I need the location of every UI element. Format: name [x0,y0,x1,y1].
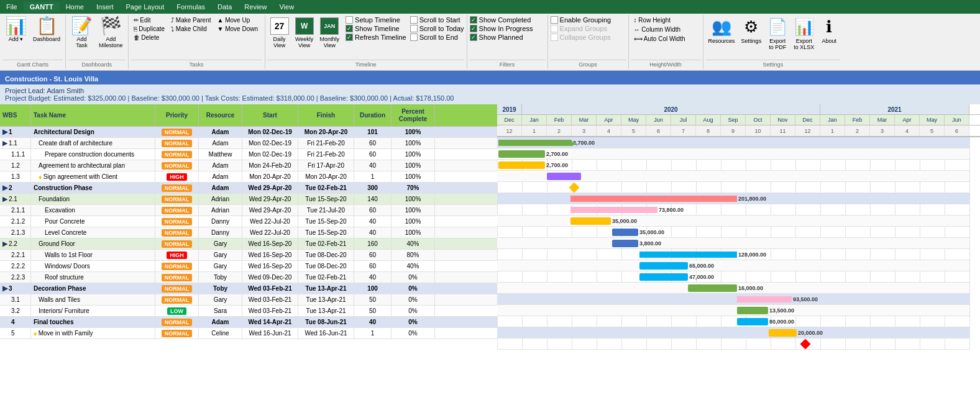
scroll-today-item[interactable]: Scroll to Today [410,25,464,32]
enable-grouping-item[interactable]: Enable Grouping [551,16,611,24]
priority-cell: NORMAL [155,183,199,193]
scroll-end-checkbox[interactable] [410,34,418,41]
make-child-button[interactable]: ⤵ Make Child [168,25,213,33]
expand-arrow[interactable]: ▶ [2,184,7,192]
add-label: Add ▾ [9,36,24,42]
show-completed-item[interactable]: Show Completed [470,16,533,24]
make-parent-button[interactable]: ⤴ Make Parent [168,16,213,24]
gantt-bar: 80,000.00 [737,318,768,325]
settings-button[interactable]: ⚙ Settings [739,16,764,45]
scroll-end-item[interactable]: Scroll to End [410,34,464,41]
menu-data[interactable]: Data [211,2,238,12]
menu-view[interactable]: View [273,2,300,12]
move-up-button[interactable]: ▲ Move Up [215,16,260,24]
wbs-cell: 5 [0,328,31,338]
expand-arrow[interactable]: ▶ [2,139,7,147]
show-planned-item[interactable]: Show Planned [470,34,533,41]
dashboard-button[interactable]: 📋 Dashboard [30,16,63,43]
collapse-groups-item[interactable]: Collapse Groups [551,34,611,41]
enable-grouping-checkbox[interactable] [551,16,558,24]
month-cell: Sep [721,115,746,125]
expand-arrow[interactable]: ▶ [2,195,7,203]
year-cell: 2021 [820,104,969,114]
menu-insert[interactable]: Insert [90,2,120,12]
edit-button[interactable]: ✏ Edit [131,16,167,24]
show-planned-checkbox[interactable] [470,34,477,41]
finish-cell: Tue 08-Dec-20 [298,250,354,260]
gantt-row: 65,000.00 [497,260,969,271]
expand-groups-checkbox[interactable] [551,25,558,32]
scroll-today-checkbox[interactable] [410,25,418,32]
start-cell: Wed 03-Feb-21 [242,294,298,305]
week-cell: 6 [646,125,671,136]
show-completed-checkbox[interactable] [470,16,477,24]
move-down-button[interactable]: ▼ Move Down [215,25,260,33]
setup-timeline-checkbox[interactable] [346,16,353,24]
percent-cell: 100% [392,138,435,148]
gantt-row: 128,000.00 [497,249,969,260]
setup-timeline-item[interactable]: Setup Timeline [346,16,406,24]
export-xlsx-button[interactable]: 📊 Exportto XLSX [791,16,817,52]
bar-label: 2,700.00 [545,151,568,157]
percent-cell: 0% [392,317,435,327]
resources-button[interactable]: 👥 Resources [706,16,738,45]
refresh-timeline-item[interactable]: Refresh Timeline [346,34,406,41]
export-pdf-button[interactable]: 📄 Exportto PDF [765,16,790,52]
add-milestone-button[interactable]: 🏁 AddMilestone [96,16,126,50]
priority-cell: NORMAL [155,328,199,338]
month-cell: Feb [547,115,572,125]
wbs-cell: ▶ 2 [0,183,31,193]
resource-cell: Gary [199,294,242,305]
auto-col-width-button[interactable]: ⟺ Auto Col Width [631,35,688,43]
collapse-groups-checkbox[interactable] [551,34,558,41]
month-cell: Jan [820,115,845,125]
gantt-bar: 2,700.00 [498,150,545,158]
group-options: Enable Grouping Expand Groups Collapse G… [551,16,611,41]
gantt-row: 3,800.00 [497,238,969,249]
vertical-line [969,137,970,350]
scroll-start-checkbox[interactable] [410,16,418,24]
gantt-bar: 16,000.00 [688,284,737,292]
finish-cell: Tue 13-Apr-21 [298,283,354,294]
show-in-progress-item[interactable]: Show In Progress [470,25,533,32]
duration-cell: 40 [354,216,392,227]
add-milestone-icon: 🏁 [100,17,122,35]
expand-groups-item[interactable]: Expand Groups [551,25,611,32]
monthly-view-button[interactable]: JAN MonthlyView [318,16,342,50]
show-in-progress-checkbox[interactable] [470,25,477,32]
priority-badge: NORMAL [162,196,193,203]
menu-page-layout[interactable]: Page Layout [119,2,170,12]
scroll-start-item[interactable]: Scroll to Start [410,16,464,24]
about-button[interactable]: ℹ About [818,16,840,45]
column-width-button[interactable]: ↔ Column Width [631,25,688,34]
menu-gantt[interactable]: GANTT [24,2,60,12]
ribbon-group-settings: 👥 Resources ⚙ Settings 📄 Exportto PDF 📊 … [703,15,843,69]
expand-arrow[interactable]: ▶ [2,128,7,136]
gantt-bar: 35,000.00 [612,229,638,236]
weekly-view-button[interactable]: W WeeklyView [293,16,316,50]
add-button[interactable]: 📊 Add ▾ [2,16,29,43]
expand-arrow[interactable]: ▶ [2,284,7,293]
finish-cell: Tue 21-Jul-20 [298,205,354,216]
bar-label: 13,500.00 [768,307,794,314]
priority-cell: NORMAL [155,160,199,171]
table-row: 1.1.1 Prepare construction documents NOR… [0,149,497,160]
milestone-icon: ♦ [34,330,37,337]
daily-view-icon: 27 [270,17,289,35]
add-task-button[interactable]: 📝 AddTask [68,16,95,50]
project-title: Construction - St. Louis Villa [0,71,980,84]
menu-review[interactable]: Review [238,2,273,12]
show-timeline-checkbox[interactable] [346,25,353,32]
gantt-bar: 2,700.00 [498,161,545,169]
expand-arrow[interactable]: ▶ [2,240,7,248]
menu-formulas[interactable]: Formulas [170,2,211,12]
menu-home[interactable]: Home [60,2,90,12]
delete-button[interactable]: 🗑 Delete [131,34,167,42]
percent-cell: 40% [392,238,435,249]
show-timeline-item[interactable]: Show Timeline [346,25,406,32]
menu-file[interactable]: File [0,2,24,12]
refresh-timeline-checkbox[interactable] [346,34,353,41]
daily-view-button[interactable]: 27 DailyView [268,16,291,50]
duplicate-button[interactable]: ⎘ Duplicate [131,25,167,33]
row-height-button[interactable]: ↕ Row Height [631,16,688,24]
